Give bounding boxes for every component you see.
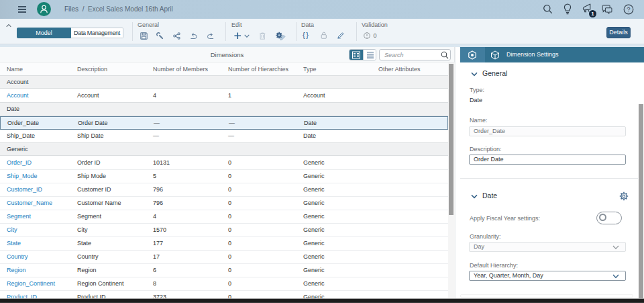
svg-text:?: ? — [627, 5, 630, 13]
